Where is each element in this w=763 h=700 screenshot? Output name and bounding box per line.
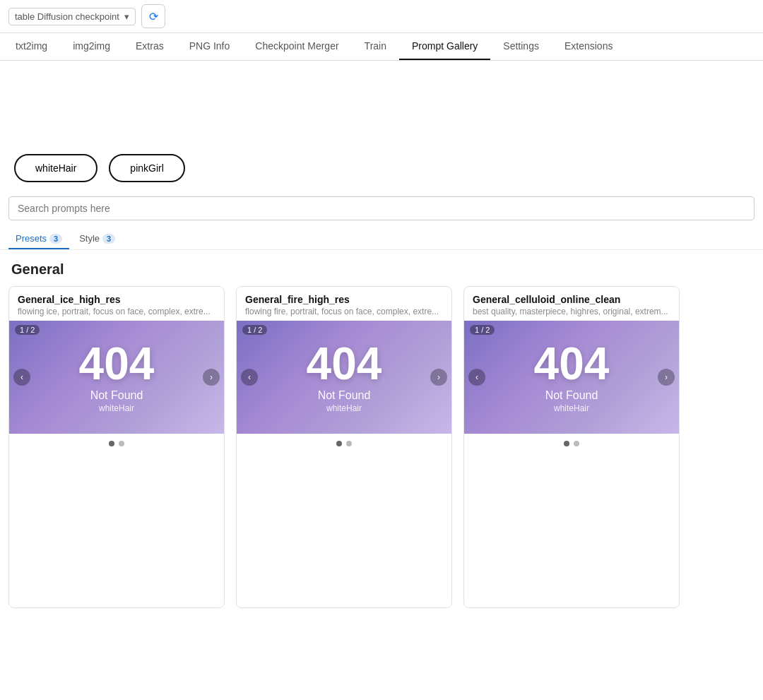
top-bar: table Diffusion checkpoint ▾ ⟳ — [0, 0, 763, 33]
card-header: General_fire_high_resflowing fire, portr… — [237, 287, 451, 321]
nav-tab-prompt-gallery[interactable]: Prompt Gallery — [399, 33, 490, 60]
preset-button-pinkGirl[interactable]: pinkGirl — [109, 154, 184, 182]
card-title: General_ice_high_res — [18, 294, 215, 305]
card-carousel: 404Not FoundwhiteHair1 / 2‹› — [9, 321, 224, 434]
card-header: General_ice_high_resflowing ice, portrai… — [9, 287, 224, 321]
cards-grid: General_ice_high_resflowing ice, portrai… — [8, 286, 755, 608]
gallery-card-1: General_ice_high_resflowing ice, portrai… — [8, 286, 225, 608]
card-body — [464, 452, 679, 607]
card-dots — [464, 434, 679, 452]
card-body — [237, 452, 451, 607]
section-title: General — [8, 261, 755, 278]
card-title: General_fire_high_res — [245, 294, 443, 305]
carousel-dot-1[interactable] — [109, 441, 114, 446]
error-label: whiteHair — [554, 403, 589, 413]
preset-buttons-area: whiteHairpinkGirl — [0, 146, 763, 191]
preset-button-whiteHair[interactable]: whiteHair — [14, 154, 97, 182]
gallery-card-2: General_fire_high_resflowing fire, portr… — [236, 286, 452, 608]
carousel-prev-button[interactable]: ‹ — [13, 369, 30, 386]
chevron-down-icon: ▾ — [124, 11, 129, 22]
page-indicator: 1 / 2 — [242, 325, 267, 335]
carousel-dot-2[interactable] — [574, 441, 579, 446]
carousel-next-button[interactable]: › — [203, 369, 220, 386]
carousel-next-button[interactable]: › — [658, 369, 675, 386]
carousel-dot-2[interactable] — [346, 441, 352, 446]
gallery-card-3: General_celluloid_online_cleanbest quali… — [463, 286, 680, 608]
card-subtitle: flowing ice, portrait, focus on face, co… — [18, 307, 215, 316]
filter-tabs: Presets3Style3 — [0, 226, 763, 250]
card-dots — [9, 434, 224, 452]
nav-tab-train[interactable]: Train — [352, 33, 399, 60]
page-indicator: 1 / 2 — [15, 325, 40, 335]
filter-tab-label: Presets — [16, 233, 47, 244]
card-subtitle: best quality, masterpiece, highres, orig… — [473, 307, 670, 316]
error-label: whiteHair — [99, 403, 134, 413]
search-input[interactable] — [8, 196, 755, 220]
card-header: General_celluloid_online_cleanbest quali… — [464, 287, 679, 321]
error-code: 404 — [79, 341, 155, 386]
refresh-button[interactable]: ⟳ — [141, 4, 165, 28]
card-subtitle: flowing fire, portrait, focus on face, c… — [245, 307, 443, 316]
carousel-dot-2[interactable] — [119, 441, 124, 446]
error-label: whiteHair — [326, 403, 362, 413]
card-carousel: 404Not FoundwhiteHair1 / 2‹› — [464, 321, 679, 434]
nav-tabs: txt2imgimg2imgExtrasPNG InfoCheckpoint M… — [0, 33, 763, 61]
filter-tab-label: Style — [79, 233, 100, 244]
filter-tab-badge: 3 — [102, 234, 115, 244]
card-body — [9, 452, 224, 607]
error-code: 404 — [307, 341, 382, 386]
search-area — [0, 191, 763, 226]
nav-tab-settings[interactable]: Settings — [490, 33, 552, 60]
checkpoint-dropdown[interactable]: table Diffusion checkpoint ▾ — [8, 8, 136, 25]
carousel-next-button[interactable]: › — [430, 369, 447, 386]
gallery-section: General General_ice_high_resflowing ice,… — [0, 250, 763, 608]
filter-tab-badge: 3 — [49, 234, 62, 244]
nav-tab-txt2img[interactable]: txt2img — [3, 33, 60, 60]
nav-tab-img2img[interactable]: img2img — [60, 33, 123, 60]
nav-tab-png-info[interactable]: PNG Info — [177, 33, 243, 60]
error-text: Not Found — [90, 389, 143, 402]
spacer-area — [0, 61, 763, 146]
card-image-404: 404Not FoundwhiteHair — [9, 321, 224, 434]
card-image-404: 404Not FoundwhiteHair — [464, 321, 679, 434]
error-text: Not Found — [545, 389, 598, 402]
carousel-prev-button[interactable]: ‹ — [468, 369, 485, 386]
card-title: General_celluloid_online_clean — [473, 294, 670, 305]
card-carousel: 404Not FoundwhiteHair1 / 2‹› — [237, 321, 451, 434]
nav-tab-checkpoint-merger[interactable]: Checkpoint Merger — [242, 33, 351, 60]
checkpoint-label: table Diffusion checkpoint — [15, 11, 119, 22]
carousel-dot-1[interactable] — [564, 441, 569, 446]
card-dots — [237, 434, 451, 452]
error-text: Not Found — [318, 389, 371, 402]
refresh-icon: ⟳ — [149, 10, 158, 23]
nav-tab-extensions[interactable]: Extensions — [552, 33, 625, 60]
error-code: 404 — [534, 341, 610, 386]
carousel-dot-1[interactable] — [336, 441, 342, 446]
card-image-404: 404Not FoundwhiteHair — [237, 321, 451, 434]
filter-tab-style[interactable]: Style3 — [72, 229, 122, 249]
page-indicator: 1 / 2 — [470, 325, 495, 335]
filter-tab-presets[interactable]: Presets3 — [8, 229, 69, 249]
nav-tab-extras[interactable]: Extras — [123, 33, 177, 60]
carousel-prev-button[interactable]: ‹ — [241, 369, 258, 386]
